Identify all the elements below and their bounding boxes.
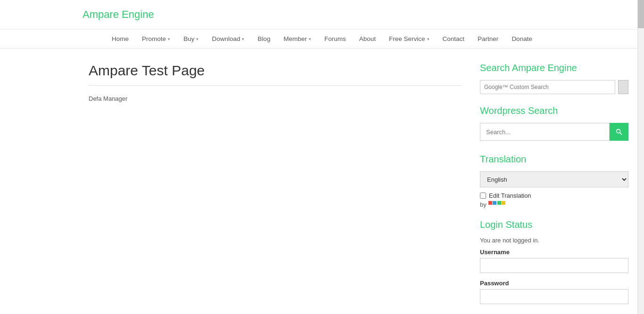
nav-label: Contact (443, 35, 465, 42)
nav-item-donate[interactable]: Donate (505, 30, 539, 48)
caret-icon: ▾ (196, 37, 198, 41)
nav-label: Forums (324, 35, 346, 42)
title-divider (89, 85, 461, 86)
username-label: Username (480, 249, 628, 256)
nav-item-forums[interactable]: Forums (318, 30, 353, 48)
edit-translation-row: Edit Translation (480, 192, 628, 199)
caret-icon: ▾ (242, 37, 244, 41)
password-input[interactable] (480, 289, 628, 304)
not-logged-in-text: You are not logged in. (480, 237, 628, 244)
svg-line-1 (620, 133, 622, 135)
nav-item-blog[interactable]: Blog (251, 30, 277, 48)
wordpress-search-title: Wordpress Search (480, 105, 628, 116)
svg-point-0 (617, 129, 620, 133)
caret-icon: ▾ (309, 37, 311, 41)
password-label: Password (480, 280, 628, 287)
nav-item-partner[interactable]: Partner (471, 30, 505, 48)
translation-title: Translation (480, 154, 628, 165)
edit-translation-checkbox[interactable] (480, 193, 486, 199)
nav-label: Promote (142, 35, 166, 42)
username-input[interactable] (480, 258, 628, 273)
google-search-input[interactable] (480, 80, 615, 94)
nav-item-buy[interactable]: Buy▾ (177, 30, 205, 48)
google-search-button[interactable] (618, 80, 628, 94)
by-text: by (480, 201, 487, 208)
nav-label: Partner (478, 35, 498, 42)
wordpress-search-row (480, 123, 628, 141)
site-title[interactable]: Ampare Engine (83, 8, 154, 20)
main-nav: HomePromote▾Buy▾Download▾BlogMember▾Foru… (0, 29, 644, 48)
caret-icon: ▾ (168, 37, 170, 41)
sidebar: Search Ampare Engine Wordpress Search Tr… (480, 63, 628, 311)
login-status-title: Login Status (480, 219, 628, 230)
wordpress-search-button[interactable] (610, 123, 628, 141)
nav-label: Download (212, 35, 240, 42)
search-ampare-title: Search Ampare Engine (480, 63, 628, 73)
scrollbar-track[interactable] (637, 0, 644, 314)
nav-item-member[interactable]: Member▾ (277, 30, 318, 48)
nav-label: Free Service (389, 35, 425, 42)
main-content: Ampare Test Page Defa Manager (89, 63, 461, 311)
site-header: Ampare Engine HomePromote▾Buy▾Download▾B… (0, 0, 644, 48)
page-title: Ampare Test Page (89, 63, 461, 79)
caret-icon: ▾ (427, 37, 429, 41)
edit-translation-label: Edit Translation (489, 192, 531, 199)
author-label: Defa Manager (89, 95, 461, 102)
nav-label: Member (283, 35, 307, 42)
search-ampare-row (480, 80, 628, 94)
translation-select[interactable]: EnglishFrenchGermanSpanishJapanese (480, 171, 628, 187)
nav-label: Blog (257, 35, 270, 42)
nav-item-about[interactable]: About (353, 30, 382, 48)
by-row: by (480, 201, 628, 208)
nav-label: Donate (512, 35, 532, 42)
search-icon (615, 128, 623, 136)
nav-label: Buy (183, 35, 194, 42)
nav-item-contact[interactable]: Contact (436, 30, 471, 48)
nav-item-home[interactable]: Home (105, 30, 135, 48)
nav-item-promote[interactable]: Promote▾ (135, 30, 177, 48)
nav-label: About (359, 35, 376, 42)
nav-item-download[interactable]: Download▾ (205, 30, 251, 48)
scrollbar-thumb[interactable] (638, 0, 644, 28)
translate-icon (488, 201, 505, 208)
wordpress-search-input[interactable] (480, 123, 610, 141)
nav-label: Home (112, 35, 129, 42)
nav-item-free-service[interactable]: Free Service▾ (382, 30, 436, 48)
